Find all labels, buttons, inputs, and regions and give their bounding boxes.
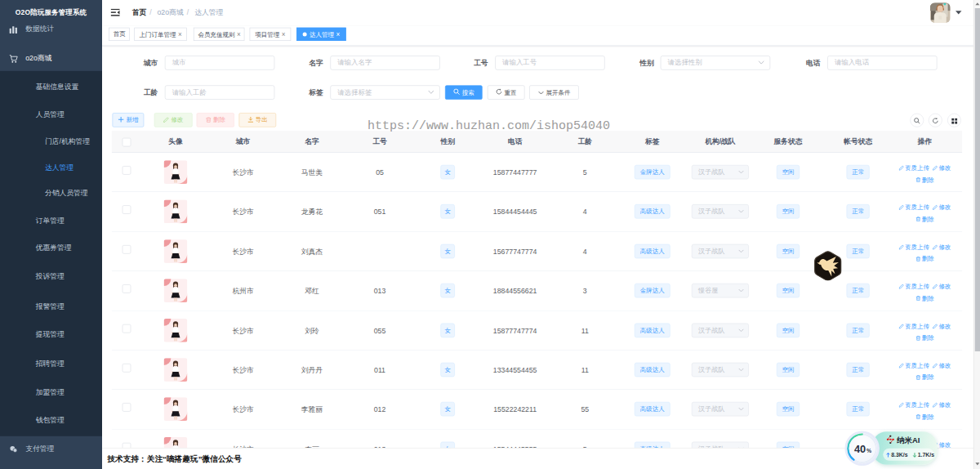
svg-text:%: %: [866, 448, 871, 453]
svg-text:40: 40: [854, 443, 866, 455]
